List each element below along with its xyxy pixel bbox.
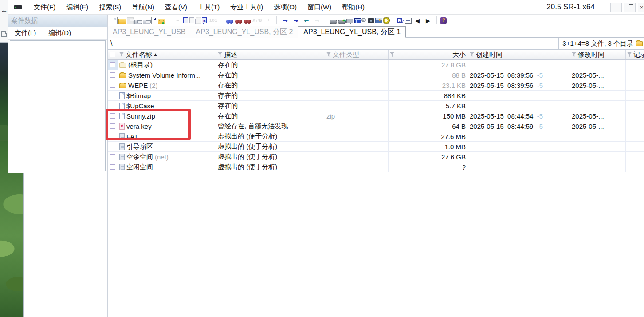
tab-2[interactable]: AP3_LEUNG_YL_USB, 分区 2 bbox=[191, 26, 298, 38]
tab-1[interactable]: AP3_LEUNG_YL_USB bbox=[108, 26, 191, 38]
file-name: 引导扇区 bbox=[126, 143, 153, 151]
file-type-cell bbox=[325, 91, 389, 100]
restore-button[interactable] bbox=[624, 3, 636, 12]
file-row[interactable]: WEPE (2)存在的23.1 KB2025-05-15 08:39:56 -5… bbox=[108, 80, 644, 91]
row-checkbox[interactable] bbox=[110, 62, 115, 67]
row-checkbox[interactable] bbox=[110, 103, 115, 108]
main-menu: 文件(F)编辑(E)搜索(S)导航(N)查看(V)工具(T)专业工具(I)选项(… bbox=[28, 1, 370, 14]
back-icon[interactable]: ← bbox=[302, 16, 311, 25]
menu-item-3[interactable]: 搜索(S) bbox=[94, 1, 126, 14]
background-window bbox=[23, 172, 107, 317]
column-header-1[interactable]: 文件名称▲ bbox=[118, 50, 216, 59]
folder-outline-icon[interactable] bbox=[1, 33, 7, 37]
file-row[interactable]: 引导扇区虚拟出的 (便于分析)1.0 MB bbox=[108, 142, 644, 152]
select-all-checkbox[interactable] bbox=[110, 52, 115, 57]
simultaneous-search-icon[interactable] bbox=[397, 17, 404, 24]
file-name: 空闲空间 bbox=[126, 163, 153, 171]
column-header-6[interactable]: 修改时间 bbox=[570, 50, 626, 59]
file-row[interactable]: System Volume Inform...存在的88 B2025-05-15… bbox=[108, 70, 644, 80]
column-header-5[interactable]: 创建时间 bbox=[468, 50, 570, 59]
row-checkbox[interactable] bbox=[110, 72, 115, 78]
goto-offset-icon[interactable]: → bbox=[280, 16, 290, 25]
filter-icon[interactable] bbox=[470, 52, 474, 57]
version-label: 20.5 SR-1 x64 bbox=[546, 3, 595, 12]
calculator-icon[interactable] bbox=[354, 18, 361, 23]
add-disk-icon[interactable] bbox=[338, 20, 346, 24]
current-path: \ bbox=[108, 40, 558, 48]
register-viewer-icon[interactable] bbox=[405, 18, 412, 24]
file-row[interactable]: 空闲空间虚拟出的 (便于分析)? bbox=[108, 162, 644, 172]
column-header-2[interactable]: 描述 bbox=[216, 50, 325, 59]
copy-icon[interactable] bbox=[183, 17, 188, 23]
upload-folder-icon[interactable] bbox=[158, 19, 165, 24]
filter-icon[interactable] bbox=[572, 52, 576, 57]
column-header-7[interactable]: 记录 bbox=[626, 50, 644, 59]
back-arrow-icon[interactable]: ← bbox=[0, 6, 8, 14]
created-time: 2025-05-15 08:39:56 bbox=[470, 82, 533, 89]
print-icon[interactable] bbox=[143, 20, 150, 24]
menu-item-8[interactable]: 选项(O) bbox=[268, 1, 302, 14]
menu-item-5[interactable]: 查看(V) bbox=[160, 1, 192, 14]
find-next-icon[interactable] bbox=[235, 18, 243, 23]
tab-3[interactable]: AP3_LEUNG_YL_USB, 分区 1 bbox=[298, 26, 406, 38]
menu-item-1[interactable]: 文件(F) bbox=[28, 1, 61, 14]
modified-time-cell bbox=[570, 131, 626, 141]
size-cell: 27.6 GB bbox=[389, 152, 468, 162]
created-time-cell: 2025-05-15 08:44:59 -5 bbox=[468, 121, 570, 131]
filter-icon[interactable] bbox=[218, 52, 222, 57]
hex-find-icon[interactable] bbox=[243, 18, 251, 23]
case-menu-item-1[interactable]: 文件(L) bbox=[8, 27, 42, 39]
menu-item-6[interactable]: 工具(T) bbox=[192, 1, 225, 14]
open-folder-icon[interactable] bbox=[118, 19, 126, 24]
modified-time-cell: 2025-05-... bbox=[570, 70, 626, 80]
filter-icon[interactable] bbox=[390, 52, 394, 57]
modified-time-cell bbox=[570, 162, 626, 172]
properties-icon[interactable] bbox=[151, 17, 157, 24]
column-header-3[interactable]: 文件类型 bbox=[325, 50, 389, 59]
case-menu-item-2[interactable]: 编辑(D) bbox=[42, 27, 77, 39]
description-cell: 存在的 bbox=[216, 80, 325, 90]
row-checkbox[interactable] bbox=[110, 164, 115, 170]
filter-icon[interactable] bbox=[627, 52, 632, 57]
name-cell: WEPE (2) bbox=[118, 80, 216, 90]
case-data-title: 案件数据 bbox=[8, 15, 107, 27]
row-checkbox[interactable] bbox=[110, 144, 115, 149]
menu-item-4[interactable]: 导航(N) bbox=[126, 1, 160, 14]
save-icon bbox=[127, 17, 134, 24]
help-icon[interactable] bbox=[440, 17, 447, 24]
menu-item-7[interactable]: 专业工具(I) bbox=[225, 1, 268, 14]
row-checkbox[interactable] bbox=[110, 93, 115, 98]
file-row[interactable]: (根目录)存在的27.8 GB bbox=[108, 60, 644, 70]
next-file-icon[interactable]: ▶ bbox=[423, 16, 433, 25]
file-table: 文件名称▲描述文件类型大小创建时间修改时间记录 (根目录)存在的27.8 GBS… bbox=[108, 50, 644, 317]
row-checkbox[interactable] bbox=[110, 154, 115, 159]
file-row[interactable]: $Bitmap存在的884 KB bbox=[108, 91, 644, 101]
settings-gear-icon[interactable] bbox=[383, 17, 389, 24]
row-checkbox[interactable] bbox=[110, 83, 115, 88]
file-type-cell bbox=[325, 70, 389, 80]
close-button[interactable]: × bbox=[638, 3, 644, 12]
print-preview-icon[interactable] bbox=[134, 20, 142, 24]
menu-item-9[interactable]: 窗口(W) bbox=[302, 1, 337, 14]
goto-marker-icon[interactable]: ⇥ bbox=[291, 16, 301, 25]
copy-hex-icon[interactable] bbox=[202, 17, 207, 23]
gallery-icon[interactable] bbox=[375, 18, 382, 23]
minimize-button[interactable]: – bbox=[610, 3, 622, 12]
snapshot-icon[interactable] bbox=[368, 18, 374, 23]
modified-time-cell: 2025-05-... bbox=[570, 121, 626, 131]
size-cell: 88 B bbox=[389, 70, 468, 80]
find-icon[interactable] bbox=[226, 18, 234, 23]
new-file-icon[interactable] bbox=[112, 17, 118, 24]
filter-icon[interactable] bbox=[326, 52, 331, 57]
filter-icon[interactable] bbox=[119, 52, 124, 57]
column-header-4[interactable]: 大小 bbox=[389, 50, 468, 59]
refresh-disk-icon[interactable] bbox=[330, 20, 337, 24]
file-row[interactable]: 空余空间 (net)虚拟出的 (便于分析)27.6 GB bbox=[108, 152, 644, 162]
case-tree-area[interactable] bbox=[10, 40, 106, 171]
menu-item-2[interactable]: 编辑(E) bbox=[61, 1, 94, 14]
prev-file-icon[interactable]: ◀ bbox=[412, 16, 422, 25]
column-header-select[interactable] bbox=[108, 50, 118, 59]
menu-item-10[interactable]: 帮助(H) bbox=[337, 1, 370, 14]
magnifier-icon[interactable] bbox=[361, 18, 366, 22]
ram-icon[interactable] bbox=[346, 19, 353, 23]
